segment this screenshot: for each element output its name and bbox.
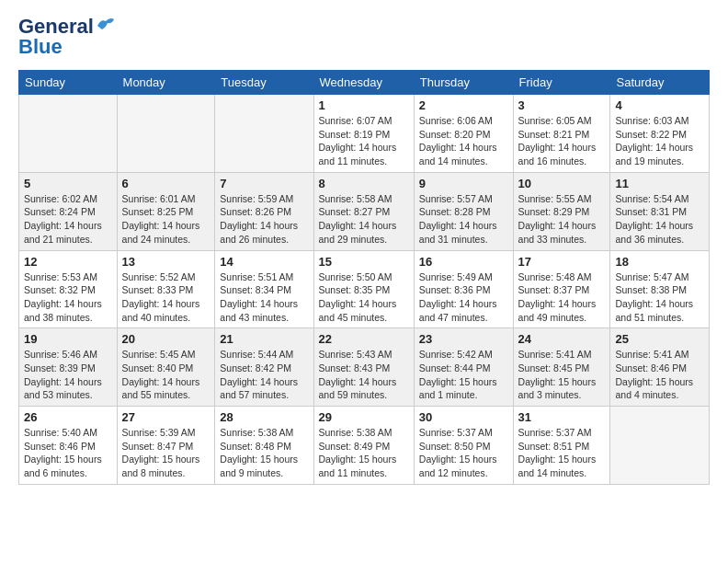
day-info: Sunrise: 5:37 AMSunset: 8:50 PMDaylight:… [419, 426, 508, 480]
header-row: Sunday Monday Tuesday Wednesday Thursday… [19, 71, 710, 95]
day-info: Sunrise: 6:03 AMSunset: 8:22 PMDaylight:… [615, 114, 704, 168]
col-sunday: Sunday [19, 71, 118, 95]
calendar-day: 27 Sunrise: 5:39 AMSunset: 8:47 PMDaylig… [117, 407, 215, 485]
day-number: 11 [615, 177, 704, 190]
day-number: 29 [319, 410, 409, 424]
day-info: Sunrise: 5:49 AMSunset: 8:36 PMDaylight:… [419, 270, 508, 325]
day-info: Sunrise: 6:06 AMSunset: 8:20 PMDaylight:… [419, 114, 508, 168]
calendar-day: 25 Sunrise: 5:41 AMSunset: 8:46 PMDaylig… [610, 328, 710, 407]
day-number: 2 [419, 98, 508, 112]
day-info: Sunrise: 5:51 AMSunset: 8:34 PMDaylight:… [220, 270, 308, 325]
col-friday: Friday [513, 71, 610, 95]
calendar-day: 21 Sunrise: 5:44 AMSunset: 8:42 PMDaylig… [215, 328, 313, 407]
calendar-day: 8 Sunrise: 5:58 AMSunset: 8:27 PMDayligh… [313, 172, 414, 250]
day-number: 8 [319, 177, 409, 190]
day-number: 31 [518, 410, 606, 424]
day-info: Sunrise: 5:55 AMSunset: 8:29 PMDaylight:… [518, 192, 606, 247]
day-info: Sunrise: 5:57 AMSunset: 8:28 PMDaylight:… [419, 192, 508, 247]
calendar-day: 19 Sunrise: 5:46 AMSunset: 8:39 PMDaylig… [19, 328, 118, 407]
calendar-day: 30 Sunrise: 5:37 AMSunset: 8:50 PMDaylig… [414, 407, 513, 485]
calendar-day [19, 95, 118, 173]
col-tuesday: Tuesday [215, 71, 313, 95]
day-number: 30 [419, 410, 508, 424]
calendar-day [117, 95, 215, 173]
day-info: Sunrise: 6:07 AMSunset: 8:19 PMDaylight:… [319, 114, 409, 168]
calendar-day: 24 Sunrise: 5:41 AMSunset: 8:45 PMDaylig… [513, 328, 610, 407]
calendar-table: Sunday Monday Tuesday Wednesday Thursday… [18, 70, 710, 485]
day-number: 20 [122, 332, 210, 346]
calendar-day: 23 Sunrise: 5:42 AMSunset: 8:44 PMDaylig… [414, 328, 513, 407]
col-monday: Monday [117, 71, 215, 95]
calendar-day: 22 Sunrise: 5:43 AMSunset: 8:43 PMDaylig… [313, 328, 414, 407]
calendar-day [215, 95, 313, 173]
calendar-day: 4 Sunrise: 6:03 AMSunset: 8:22 PMDayligh… [610, 95, 710, 173]
day-number: 28 [220, 410, 308, 424]
calendar-week-1: 1 Sunrise: 6:07 AMSunset: 8:19 PMDayligh… [19, 95, 710, 173]
day-number: 13 [122, 255, 210, 269]
day-number: 9 [419, 177, 508, 190]
calendar-day: 26 Sunrise: 5:40 AMSunset: 8:46 PMDaylig… [19, 407, 118, 485]
calendar-day: 16 Sunrise: 5:49 AMSunset: 8:36 PMDaylig… [414, 250, 513, 328]
day-number: 25 [615, 332, 704, 346]
day-number: 6 [122, 177, 210, 190]
day-info: Sunrise: 5:37 AMSunset: 8:51 PMDaylight:… [518, 426, 606, 480]
day-info: Sunrise: 5:41 AMSunset: 8:45 PMDaylight:… [518, 348, 606, 402]
calendar-day: 29 Sunrise: 5:38 AMSunset: 8:49 PMDaylig… [313, 407, 414, 485]
calendar-week-5: 26 Sunrise: 5:40 AMSunset: 8:46 PMDaylig… [19, 407, 710, 485]
calendar-day: 11 Sunrise: 5:54 AMSunset: 8:31 PMDaylig… [610, 172, 710, 250]
day-number: 1 [319, 98, 409, 112]
calendar-day: 1 Sunrise: 6:07 AMSunset: 8:19 PMDayligh… [313, 95, 414, 173]
bird-icon [96, 17, 116, 33]
day-info: Sunrise: 5:50 AMSunset: 8:35 PMDaylight:… [319, 270, 409, 325]
day-info: Sunrise: 5:38 AMSunset: 8:48 PMDaylight:… [220, 426, 308, 480]
day-info: Sunrise: 5:52 AMSunset: 8:33 PMDaylight:… [122, 270, 210, 325]
day-info: Sunrise: 5:48 AMSunset: 8:37 PMDaylight:… [518, 270, 606, 325]
day-info: Sunrise: 5:59 AMSunset: 8:26 PMDaylight:… [220, 192, 308, 247]
day-info: Sunrise: 5:43 AMSunset: 8:43 PMDaylight:… [319, 348, 409, 402]
day-info: Sunrise: 5:45 AMSunset: 8:40 PMDaylight:… [122, 348, 210, 402]
day-info: Sunrise: 5:46 AMSunset: 8:39 PMDaylight:… [24, 348, 112, 402]
col-thursday: Thursday [414, 71, 513, 95]
day-info: Sunrise: 5:42 AMSunset: 8:44 PMDaylight:… [419, 348, 508, 402]
header: General Blue [18, 15, 710, 59]
day-number: 27 [122, 410, 210, 424]
day-number: 15 [319, 255, 409, 269]
day-info: Sunrise: 6:02 AMSunset: 8:24 PMDaylight:… [24, 192, 112, 247]
calendar-day [610, 407, 710, 485]
day-number: 5 [24, 177, 112, 190]
col-wednesday: Wednesday [313, 71, 414, 95]
day-number: 23 [419, 332, 508, 346]
calendar-day: 17 Sunrise: 5:48 AMSunset: 8:37 PMDaylig… [513, 250, 610, 328]
calendar-day: 7 Sunrise: 5:59 AMSunset: 8:26 PMDayligh… [215, 172, 313, 250]
page: General Blue Sunday Monday Tuesday Wedne… [0, 0, 728, 500]
calendar-day: 15 Sunrise: 5:50 AMSunset: 8:35 PMDaylig… [313, 250, 414, 328]
day-info: Sunrise: 5:44 AMSunset: 8:42 PMDaylight:… [220, 348, 308, 402]
day-number: 26 [24, 410, 112, 424]
calendar-day: 6 Sunrise: 6:01 AMSunset: 8:25 PMDayligh… [117, 172, 215, 250]
day-info: Sunrise: 5:58 AMSunset: 8:27 PMDaylight:… [319, 192, 409, 247]
calendar-day: 28 Sunrise: 5:38 AMSunset: 8:48 PMDaylig… [215, 407, 313, 485]
logo: General Blue [18, 15, 116, 59]
day-info: Sunrise: 6:05 AMSunset: 8:21 PMDaylight:… [518, 114, 606, 168]
day-number: 3 [518, 98, 606, 112]
day-number: 12 [24, 255, 112, 269]
day-number: 17 [518, 255, 606, 269]
day-info: Sunrise: 5:41 AMSunset: 8:46 PMDaylight:… [615, 348, 704, 402]
calendar-day: 9 Sunrise: 5:57 AMSunset: 8:28 PMDayligh… [414, 172, 513, 250]
col-saturday: Saturday [610, 71, 710, 95]
calendar-day: 10 Sunrise: 5:55 AMSunset: 8:29 PMDaylig… [513, 172, 610, 250]
day-info: Sunrise: 5:47 AMSunset: 8:38 PMDaylight:… [615, 270, 704, 325]
logo-blue: Blue [18, 35, 63, 59]
calendar-week-4: 19 Sunrise: 5:46 AMSunset: 8:39 PMDaylig… [19, 328, 710, 407]
calendar-week-3: 12 Sunrise: 5:53 AMSunset: 8:32 PMDaylig… [19, 250, 710, 328]
day-info: Sunrise: 5:39 AMSunset: 8:47 PMDaylight:… [122, 426, 210, 480]
day-info: Sunrise: 5:38 AMSunset: 8:49 PMDaylight:… [319, 426, 409, 480]
calendar-day: 20 Sunrise: 5:45 AMSunset: 8:40 PMDaylig… [117, 328, 215, 407]
calendar-day: 3 Sunrise: 6:05 AMSunset: 8:21 PMDayligh… [513, 95, 610, 173]
day-number: 18 [615, 255, 704, 269]
calendar-day: 5 Sunrise: 6:02 AMSunset: 8:24 PMDayligh… [19, 172, 118, 250]
day-info: Sunrise: 5:54 AMSunset: 8:31 PMDaylight:… [615, 192, 704, 247]
calendar-day: 31 Sunrise: 5:37 AMSunset: 8:51 PMDaylig… [513, 407, 610, 485]
day-info: Sunrise: 5:40 AMSunset: 8:46 PMDaylight:… [24, 426, 112, 480]
day-number: 19 [24, 332, 112, 346]
